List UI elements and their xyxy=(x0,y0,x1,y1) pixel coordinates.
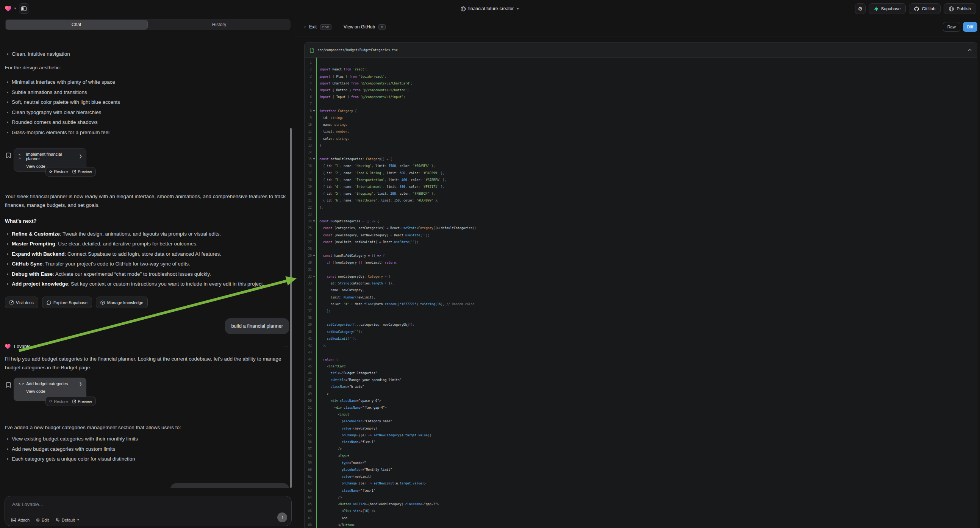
fold-chevron-icon[interactable] xyxy=(312,220,316,222)
line-number: 20 xyxy=(305,192,312,196)
line-number: 42 xyxy=(305,344,312,347)
code-line: value={newLimit} xyxy=(319,473,977,480)
whats-next-item: Add project knowledge: Set key context o… xyxy=(5,280,289,288)
line-number: 25 xyxy=(305,226,312,230)
restore-preview-pill: ⟳Restore Preview xyxy=(45,167,96,177)
assistant-name: Lovable xyxy=(14,344,31,349)
mode-selector[interactable]: Default ▼ xyxy=(55,518,80,522)
send-button[interactable]: ↑ xyxy=(277,512,287,522)
code-lines: import React from 'react';import { Plus … xyxy=(316,57,977,528)
diff-toggle-button[interactable]: Diff xyxy=(963,22,977,32)
arrow-up-icon: ↑ xyxy=(281,515,283,520)
line-number: 9 xyxy=(305,116,312,120)
code-line: placeholder="Category name" xyxy=(319,418,977,425)
workspace-chevron-down-icon[interactable]: ▼ xyxy=(14,7,17,10)
code-line: import { Button } from '@/components/ui/… xyxy=(319,87,977,94)
code-file-header[interactable]: src/components/budget/BudgetCategories.t… xyxy=(305,43,977,57)
code-line: const handleAddCategory = () => { xyxy=(319,252,977,259)
fold-chevron-icon[interactable] xyxy=(312,110,316,112)
bookmark-icon[interactable] xyxy=(6,382,11,388)
chat-input[interactable]: Ask Lovable... xyxy=(12,501,43,507)
chat-history-tabs: Chat History xyxy=(5,19,291,30)
chat-composer[interactable]: Ask Lovable... Attach ◎ Edit Default ▼ ↑ xyxy=(5,496,292,526)
code-line: className="h-auto" xyxy=(319,383,977,390)
line-number: 35 xyxy=(305,296,312,299)
code-line: setCategories([...categories, newCategor… xyxy=(319,321,977,328)
tab-chat[interactable]: Chat xyxy=(5,19,148,30)
line-number: 52 xyxy=(305,412,312,416)
line-number: 22 xyxy=(305,206,312,210)
user-message: build a financial planner xyxy=(225,318,289,334)
assistant-paragraph: Your sleek financial planner is now read… xyxy=(5,192,289,210)
tab-history[interactable]: History xyxy=(148,19,291,30)
file-icon xyxy=(310,48,314,52)
bullet-item: Clean, intuitive navigation xyxy=(5,50,289,58)
supabase-icon xyxy=(874,6,878,11)
view-on-github-button[interactable]: View on GitHub xyxy=(344,24,375,30)
package-box-icon xyxy=(100,301,105,305)
bullet-item: Glass-morphic elements for a premium fee… xyxy=(5,129,289,137)
code-line: ]; xyxy=(319,204,977,211)
code-editor[interactable]: 1234567891011121314151617181920212223242… xyxy=(305,57,977,528)
chat-bubble-icon xyxy=(46,301,51,305)
code-line: <Button onClick={handleAddCategory} clas… xyxy=(319,501,977,507)
code-line: const BudgetCategories = () => { xyxy=(319,218,977,224)
attach-button[interactable]: Attach xyxy=(11,518,30,522)
publish-button[interactable]: Publish xyxy=(943,3,976,14)
view-code-link[interactable]: View code xyxy=(19,389,82,394)
raw-toggle-button[interactable]: Raw xyxy=(943,22,960,32)
fold-chevron-icon[interactable] xyxy=(312,158,316,160)
line-number: 32 xyxy=(305,275,312,278)
restore-button[interactable]: ⟳Restore xyxy=(49,169,68,174)
visit-docs-button[interactable]: Visit docs xyxy=(5,297,38,308)
version-card-wrap: < > Implement financial planner ❯ View c… xyxy=(5,148,289,181)
fold-chevron-icon[interactable] xyxy=(312,255,316,256)
code-line: if (!newCategory || !newLimit) return; xyxy=(319,259,977,266)
exit-button[interactable]: Exit xyxy=(309,24,317,30)
line-number: 27 xyxy=(305,240,312,244)
line-number: 59 xyxy=(305,461,312,465)
line-number: 51 xyxy=(305,406,312,409)
line-number: 60 xyxy=(305,468,312,472)
code-line: }; xyxy=(319,308,977,314)
supabase-button[interactable]: Supabase xyxy=(869,3,906,14)
preview-button[interactable]: Preview xyxy=(72,399,92,404)
code-line xyxy=(319,59,977,66)
chat-scrollbar[interactable] xyxy=(290,128,292,488)
bullet-item: Rounded corners and subtle shadows xyxy=(5,118,289,127)
lovable-logo-heart-icon[interactable] xyxy=(5,6,11,12)
user-message: would be cool if you could add budget ca… xyxy=(170,483,289,488)
image-icon xyxy=(11,518,16,522)
code-line: interface Category { xyxy=(319,108,977,115)
edit-button[interactable]: ◎ Edit xyxy=(36,517,49,522)
preview-button[interactable]: Preview xyxy=(72,169,92,174)
github-button[interactable]: GitHub xyxy=(909,3,940,14)
bullet-item: Subtle animations and transitions xyxy=(5,88,289,97)
code-line: onChange={(e) => setNewCategory(e.target… xyxy=(319,432,977,439)
code-line xyxy=(319,266,977,273)
line-number: 63 xyxy=(305,488,312,492)
fold-chevron-icon[interactable] xyxy=(312,276,316,277)
publish-globe-icon xyxy=(949,6,954,11)
explore-supabase-button[interactable]: Explore Supabase xyxy=(42,297,92,308)
design-bullet-list: Minimalist interface with plenty of whit… xyxy=(5,78,289,137)
file-path: src/components/budget/BudgetCategories.t… xyxy=(317,48,398,52)
whats-next-item: Refine & Customize: Tweak the design, an… xyxy=(5,230,289,238)
external-link-icon xyxy=(72,170,76,173)
settings-button[interactable]: ⚙ xyxy=(855,3,865,14)
whats-next-item: Expand with Backend: Connect Supabase to… xyxy=(5,250,289,258)
line-number: 1 xyxy=(305,60,312,64)
assistant-paragraph: I'll help you add budget categories to t… xyxy=(5,355,289,372)
line-number: 30 xyxy=(305,261,312,264)
code-line: name: string; xyxy=(319,121,977,128)
toggle-sidebar-button[interactable] xyxy=(19,3,29,14)
bookmark-icon[interactable] xyxy=(6,153,11,158)
manage-knowledge-button[interactable]: Manage knowledge xyxy=(96,297,148,308)
restore-button[interactable]: ⟳Restore xyxy=(49,399,68,404)
collapse-chevron-up-icon[interactable] xyxy=(968,49,972,51)
code-line: <Input xyxy=(319,411,977,418)
project-selector[interactable]: financial-future-creator ▼ xyxy=(461,0,519,17)
message-options-button[interactable]: ··· xyxy=(283,344,289,349)
chevron-left-icon[interactable]: ‹ xyxy=(304,24,306,30)
code-line: <div className="flex gap-4"> xyxy=(319,404,977,411)
